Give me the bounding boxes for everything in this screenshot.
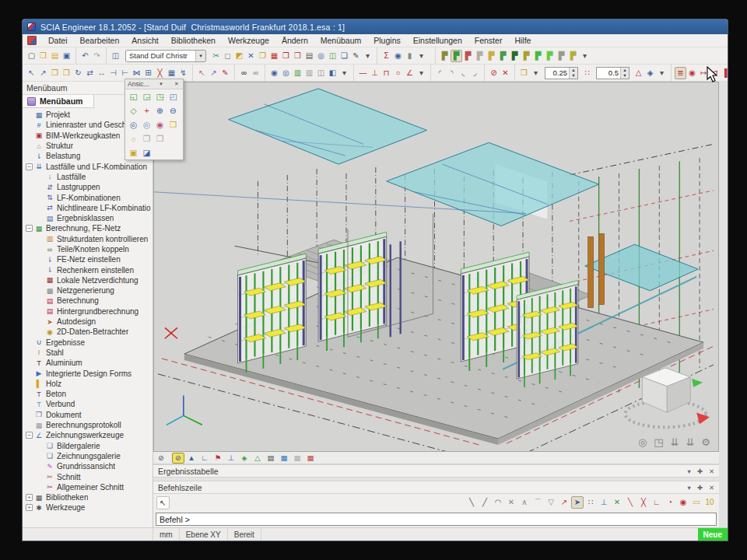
menu-bibliotheken[interactable]: Bibliotheken xyxy=(165,35,222,46)
tree-item[interactable]: ❏ Zeichnungsgalerie xyxy=(23,451,153,461)
tree-item[interactable]: ⇅ LF-Kombinationen xyxy=(23,192,153,202)
tree-expander[interactable] xyxy=(37,215,44,222)
copy-icon[interactable]: ❐ xyxy=(49,67,61,79)
snap-tangent-icon[interactable]: ◔ xyxy=(664,496,676,509)
tree-expander[interactable]: + xyxy=(26,494,33,501)
tree-expander[interactable]: − xyxy=(26,225,33,232)
view-axo-icon[interactable]: ◰ xyxy=(167,90,180,103)
clipping-box-icon[interactable]: ✕ xyxy=(245,50,257,62)
saved-selections-more-icon[interactable]: ▾ xyxy=(530,67,542,79)
document-icon[interactable]: ✎ xyxy=(350,50,362,62)
scale-more-icon[interactable]: ▾ xyxy=(656,67,668,79)
tree-item[interactable]: ↓ Lastfälle xyxy=(23,172,153,182)
tree-item[interactable]: ✂ Schnitt xyxy=(23,471,153,481)
model-data-view-icon[interactable]: ⊥ xyxy=(225,453,237,464)
snap-endpoint-icon[interactable]: ╲ xyxy=(624,496,637,509)
picture-2-icon[interactable]: ❐ xyxy=(153,132,167,145)
menu-datei[interactable]: Datei xyxy=(42,35,74,46)
ucs-axes-icon[interactable]: + xyxy=(140,104,153,117)
scale-members-icon[interactable]: ↯ xyxy=(177,67,189,79)
tree-expander[interactable] xyxy=(37,246,44,253)
show-layers-icon[interactable]: ▥ xyxy=(292,67,303,79)
levels-icon[interactable]: ▮ xyxy=(404,50,416,62)
snap-vector-icon[interactable]: ↗ xyxy=(558,496,570,509)
tree-expander[interactable] xyxy=(37,236,44,243)
fillet-corner1-icon[interactable]: ◜ xyxy=(434,67,446,79)
menu-menuebaum[interactable]: Menübaum xyxy=(314,35,368,46)
cutout-box-icon[interactable]: ✂ xyxy=(210,50,222,62)
zoom-out-icon[interactable]: ⊖ xyxy=(167,104,180,117)
zoom-window-icon[interactable]: ◎ xyxy=(127,118,140,131)
status-plane[interactable]: Ebene XY xyxy=(180,528,228,541)
snap-line2-icon[interactable]: ╱ xyxy=(479,496,491,509)
tree-item[interactable]: + ✱ Werkzeuge xyxy=(23,502,153,513)
show-selection-icon[interactable]: ∞ xyxy=(238,67,250,79)
activity-add-icon[interactable]: ▛ xyxy=(532,50,544,62)
fillet-corner4-icon[interactable]: ◞ xyxy=(469,67,481,79)
tree-item[interactable]: T Aluminium xyxy=(23,358,153,368)
grid-a-view-icon[interactable]: ▦ xyxy=(278,453,290,464)
tab-menubaum[interactable]: Menübaum xyxy=(23,95,94,108)
panel-menu-icon[interactable]: ▾ xyxy=(687,467,690,475)
binoculars-icon[interactable]: ◉ xyxy=(268,67,280,79)
tree-item[interactable]: ⇵ Lastgruppen xyxy=(23,182,153,192)
redo-icon[interactable]: ↷ xyxy=(91,50,103,62)
menu-bearbeiten[interactable]: Bearbeiten xyxy=(74,35,126,46)
tree-item[interactable]: ⇂ Rechenkern einstellen xyxy=(23,264,153,275)
views-palette-header[interactable]: Ansic... ▾ ✕ xyxy=(125,79,183,89)
menu-werkzeuge[interactable]: Werkzeuge xyxy=(222,35,275,46)
3d-model-view[interactable] xyxy=(154,82,718,451)
close-icon[interactable]: ✕ xyxy=(173,81,181,87)
link-visible-icon[interactable]: ⊘ xyxy=(155,453,167,464)
command-input[interactable] xyxy=(156,513,717,526)
tree-expander[interactable] xyxy=(26,422,33,429)
tree-expander[interactable] xyxy=(37,267,44,274)
tree-expander[interactable] xyxy=(37,443,44,450)
tree-expander[interactable] xyxy=(26,142,33,149)
tree-item[interactable]: ⇄ Nichtlineare LF-Kombinatio xyxy=(23,203,153,213)
scale-results-icon[interactable]: ◈ xyxy=(644,67,656,79)
labels-view-icon[interactable]: ⚑ xyxy=(212,453,224,464)
menu-ansicht[interactable]: Ansicht xyxy=(125,35,164,46)
activity-clipping-icon[interactable]: ▛ xyxy=(567,50,579,62)
tree-expander[interactable] xyxy=(26,390,33,397)
viewport-level-down-icon[interactable]: ⇊ xyxy=(671,436,679,448)
properties-panel-icon[interactable]: ◫ xyxy=(110,50,121,62)
activity-story-icon[interactable]: ▛ xyxy=(556,50,567,62)
snap-center-icon[interactable]: ◉ xyxy=(677,496,689,509)
viewport-cube-icon[interactable]: ◳ xyxy=(654,436,663,448)
draw-angle-icon[interactable]: ∠ xyxy=(404,67,416,79)
chevron-down-icon[interactable]: ▾ xyxy=(158,81,164,87)
tree-expander[interactable] xyxy=(37,297,44,304)
activity-by-layers-icon[interactable]: ▛ xyxy=(462,50,474,62)
grid-b-view-icon[interactable]: ▦ xyxy=(291,453,303,464)
tree-expander[interactable] xyxy=(26,370,33,377)
menu-plugins[interactable]: Plugins xyxy=(367,35,406,46)
tree-expander[interactable] xyxy=(37,484,44,491)
multicopy-icon[interactable]: ❒ xyxy=(61,67,72,79)
saved-views-icon[interactable]: ❒ xyxy=(167,118,180,131)
tree-item[interactable]: ▶ Integrierte Design Forms xyxy=(23,368,153,378)
link-active-icon[interactable]: ⊘ xyxy=(172,453,184,464)
tree-item[interactable]: ✎ Grundrissansicht xyxy=(23,461,153,471)
snap-grid-icon[interactable]: ∷ xyxy=(584,496,597,509)
chevron-down-icon[interactable]: ▾ xyxy=(195,51,205,61)
select-props-icon[interactable]: ✎ xyxy=(219,67,231,79)
draw-opening-icon[interactable]: ⊓ xyxy=(381,67,392,79)
copy-attributes-icon[interactable]: ❐ xyxy=(257,50,268,62)
tree-expander[interactable] xyxy=(26,111,33,118)
deformation-icon[interactable]: ↦ xyxy=(698,67,710,79)
tree-expander[interactable] xyxy=(26,339,33,346)
panel-menu-icon[interactable]: ▾ xyxy=(687,484,690,492)
activity-off-icon[interactable]: ▛ xyxy=(474,50,486,62)
tree-expander[interactable] xyxy=(37,256,44,263)
tree-expander[interactable] xyxy=(37,308,44,315)
tree-item[interactable]: ▤ Berechnung xyxy=(23,296,153,306)
view-y-icon[interactable]: ◲ xyxy=(140,90,153,103)
tree-item[interactable]: ❏ Bildergalerie xyxy=(23,441,153,451)
saved-selections-icon[interactable]: ❒ xyxy=(518,67,530,79)
results-table-panel-header[interactable]: Ergebnisstabelle ▾✚✕ xyxy=(153,464,719,478)
intersect-icon[interactable]: ╳ xyxy=(154,67,166,79)
visibility-more-icon[interactable]: ▾ xyxy=(338,67,350,79)
light-icon[interactable]: ☼ xyxy=(127,132,140,145)
